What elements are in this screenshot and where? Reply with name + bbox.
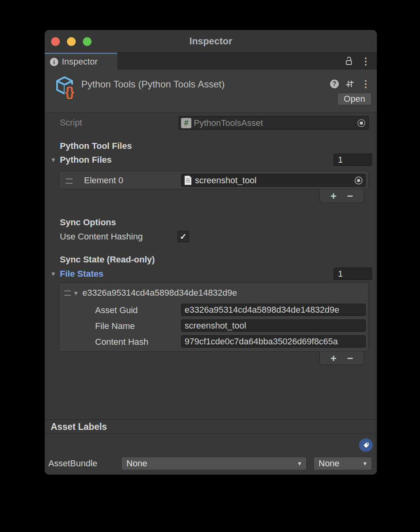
remove-file-state-button[interactable]: − bbox=[347, 353, 353, 363]
asset-guid-field[interactable]: e3326a95314cd4a5898d34de14832d9e bbox=[181, 304, 366, 316]
drag-handle-icon[interactable] bbox=[64, 291, 71, 296]
divider bbox=[45, 433, 377, 434]
asset-guid-label: Asset Guid bbox=[95, 305, 138, 315]
titlebar: Inspector bbox=[45, 30, 377, 53]
file-states-count-field[interactable]: 1 bbox=[334, 268, 372, 280]
add-file-state-button[interactable]: + bbox=[330, 353, 336, 363]
scriptable-object-icon: {} bbox=[53, 75, 76, 99]
assetbundle-variant-value: None bbox=[319, 458, 340, 469]
component-header: {} Python Tools (Python Tools Asset) ? ⋮… bbox=[45, 70, 377, 113]
object-picker-icon[interactable] bbox=[355, 177, 363, 184]
component-menu-icon[interactable]: ⋮ bbox=[361, 79, 370, 89]
csharp-script-icon: # bbox=[181, 118, 191, 128]
file-name-field[interactable]: screenshot_tool bbox=[181, 319, 366, 332]
tab-label: Inspector bbox=[62, 57, 98, 67]
python-files-label[interactable]: Python Files bbox=[60, 155, 112, 165]
content-hash-label: Content Hash bbox=[95, 337, 149, 347]
sync-options-header: Sync Options bbox=[60, 217, 116, 228]
content-hash-field[interactable]: 979cf1cde0c7da64bba35026d69f8c65a bbox=[181, 335, 366, 348]
assetbundle-label: AssetBundle bbox=[48, 458, 97, 469]
sync-state-header: Sync State (Read-only) bbox=[60, 255, 155, 265]
tag-icon bbox=[363, 442, 370, 449]
chevron-down-icon: ▼ bbox=[297, 460, 302, 467]
remove-element-button[interactable]: − bbox=[347, 191, 353, 201]
file-states-list: ▼ e3326a95314cd4a5898d34de14832d9e Asset… bbox=[59, 282, 368, 352]
script-object-field: # PythonToolsAsset bbox=[179, 116, 369, 130]
script-label: Script bbox=[60, 118, 82, 128]
entry-foldout-icon[interactable]: ▼ bbox=[73, 290, 79, 296]
add-label-button[interactable] bbox=[359, 439, 373, 452]
file-states-list-footer: + − bbox=[319, 352, 364, 365]
component-title: Python Tools (Python Tools Asset) bbox=[81, 79, 225, 90]
presets-icon[interactable] bbox=[346, 80, 354, 88]
element-0-value: screenshot_tool bbox=[195, 175, 355, 186]
tab-inspector[interactable]: i Inspector bbox=[45, 53, 117, 70]
file-name-label: File Name bbox=[95, 321, 135, 331]
tab-bar: i Inspector ⋮ bbox=[45, 53, 377, 70]
file-states-label[interactable]: File States bbox=[60, 269, 103, 279]
chevron-down-icon: ▼ bbox=[362, 460, 368, 467]
add-element-button[interactable]: + bbox=[330, 191, 336, 201]
unlock-icon[interactable] bbox=[345, 56, 353, 66]
script-field-value: PythonToolsAsset bbox=[194, 118, 357, 128]
asset-labels-header: Asset Labels bbox=[51, 422, 107, 432]
assetbundle-dropdown[interactable]: None ▼ bbox=[121, 457, 307, 470]
file-state-entry-header[interactable]: e3326a95314cd4a5898d34de14832d9e bbox=[82, 288, 237, 298]
python-files-count-field[interactable]: 1 bbox=[334, 154, 372, 166]
element-0-object-field[interactable]: screenshot_tool bbox=[181, 174, 366, 187]
assetbundle-value: None bbox=[126, 458, 147, 469]
file-states-foldout-icon[interactable]: ▼ bbox=[50, 270, 56, 277]
open-button[interactable]: Open bbox=[337, 93, 372, 105]
python-files-list: Element 0 screenshot_tool bbox=[59, 171, 368, 189]
inspector-window: Inspector i Inspector ⋮ {} Python Tools … bbox=[44, 30, 377, 475]
assetbundle-variant-dropdown[interactable]: None ▼ bbox=[313, 457, 372, 470]
drag-handle-icon[interactable] bbox=[66, 179, 73, 184]
use-content-hashing-checkbox[interactable]: ✓ bbox=[178, 231, 189, 242]
text-asset-icon bbox=[184, 175, 192, 185]
divider bbox=[45, 419, 377, 420]
window-title: Inspector bbox=[45, 30, 377, 52]
element-0-label: Element 0 bbox=[84, 175, 123, 186]
help-icon[interactable]: ? bbox=[330, 80, 339, 88]
object-picker-icon[interactable] bbox=[357, 119, 365, 127]
braces-icon: {} bbox=[65, 85, 74, 98]
python-files-foldout-icon[interactable]: ▼ bbox=[50, 156, 56, 163]
use-content-hashing-label: Use Content Hashing bbox=[60, 232, 143, 242]
python-files-list-footer: + − bbox=[319, 189, 364, 203]
tab-menu-icon[interactable]: ⋮ bbox=[361, 57, 370, 66]
python-tool-files-header: Python Tool Files bbox=[60, 141, 132, 151]
info-icon: i bbox=[50, 58, 58, 66]
